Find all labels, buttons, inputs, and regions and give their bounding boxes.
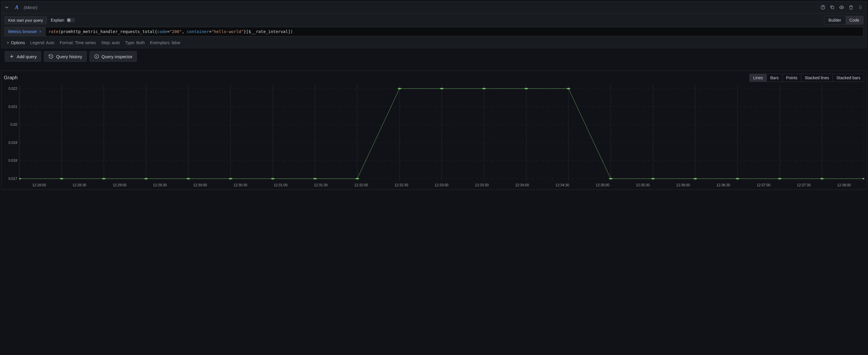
chart-style-points[interactable]: Points [782, 74, 801, 81]
chart-style-stacked-bars[interactable]: Stacked bars [833, 74, 864, 81]
query-inspector-button[interactable]: Query inspector [90, 51, 137, 62]
chart-area: 0.0220.0210.020.0190.0180.017 [4, 85, 864, 182]
query-editor-panel: A (Mimir) Kick start your query Explain [1, 1, 867, 48]
svg-point-48 [482, 88, 486, 90]
x-tick: 12:31:30 [301, 183, 341, 187]
svg-point-57 [862, 178, 864, 180]
x-tick: 12:29:30 [140, 183, 180, 187]
actions-row: Add query Query history Query inspector [1, 48, 867, 66]
explain-label: Explain [51, 18, 64, 23]
y-tick: 0.02 [10, 122, 17, 127]
x-tick: 12:36:00 [663, 183, 703, 187]
x-tick: 12:35:30 [623, 183, 663, 187]
query-letter-badge: A [12, 3, 21, 11]
query-header: A (Mimir) [1, 1, 867, 13]
collapse-toggle[interactable] [4, 4, 10, 10]
svg-point-52 [651, 178, 655, 180]
chart-style-lines[interactable]: Lines [750, 74, 766, 81]
svg-point-51 [609, 178, 613, 180]
svg-point-54 [736, 178, 739, 180]
svg-point-44 [313, 178, 317, 180]
svg-point-42 [229, 178, 232, 180]
svg-point-49 [525, 88, 528, 90]
svg-point-37 [19, 178, 21, 180]
y-tick: 0.018 [8, 158, 17, 163]
chart-style-group: LinesBarsPointsStacked linesStacked bars [749, 74, 864, 82]
graph-panel: Graph LinesBarsPointsStacked linesStacke… [1, 70, 867, 190]
svg-point-40 [144, 178, 148, 180]
chart-style-stacked-lines[interactable]: Stacked lines [801, 74, 833, 81]
copy-icon[interactable] [830, 5, 835, 10]
x-tick: 12:36:30 [703, 183, 743, 187]
svg-point-55 [778, 178, 782, 180]
svg-point-56 [820, 178, 824, 180]
x-tick: 12:32:00 [341, 183, 381, 187]
x-tick: 12:34:00 [502, 183, 542, 187]
svg-point-6 [861, 7, 861, 8]
x-tick: 12:29:00 [99, 183, 140, 187]
svg-point-45 [355, 178, 359, 180]
query-options-row: Options Legend: Auto Format: Time series… [1, 38, 867, 48]
option-exemplars: Exemplars: false [150, 40, 180, 45]
option-step: Step: auto [101, 40, 120, 45]
svg-point-7 [860, 8, 860, 9]
svg-point-50 [567, 88, 570, 90]
y-tick: 0.017 [8, 177, 17, 181]
option-legend: Legend: Auto [30, 40, 55, 45]
x-tick: 12:35:00 [583, 183, 623, 187]
x-tick: 12:37:00 [744, 183, 784, 187]
add-query-button[interactable]: Add query [5, 51, 41, 62]
x-tick: 12:30:00 [180, 183, 220, 187]
x-tick: 12:33:30 [462, 183, 502, 187]
editor-mode-group: Builder Code [824, 16, 864, 25]
svg-point-38 [60, 178, 64, 180]
query-editor-row: Metrics browser rate(promhttp_metric_han… [1, 27, 867, 38]
svg-point-43 [271, 178, 275, 180]
y-tick: 0.022 [8, 86, 17, 91]
chart-plot-area[interactable] [19, 85, 864, 182]
options-toggle[interactable]: Options [6, 40, 25, 45]
svg-point-2 [841, 7, 842, 8]
x-tick: 12:30:30 [220, 183, 260, 187]
svg-point-46 [398, 88, 402, 90]
code-mode-button[interactable]: Code [845, 16, 863, 24]
info-icon [94, 54, 99, 59]
svg-rect-1 [831, 6, 834, 9]
visibility-icon[interactable] [839, 5, 844, 10]
y-tick: 0.021 [8, 105, 17, 109]
plus-icon [9, 54, 14, 59]
kick-start-button[interactable]: Kick start your query [4, 16, 47, 24]
query-history-button[interactable]: Query history [44, 51, 86, 62]
x-tick: 12:37:30 [784, 183, 824, 187]
svg-point-41 [187, 178, 190, 180]
metrics-browser-button[interactable]: Metrics browser [4, 27, 45, 36]
x-tick: 12:28:00 [19, 183, 59, 187]
query-code-editor[interactable]: rate(promhttp_metric_handler_requests_to… [45, 27, 864, 36]
x-tick: 12:31:00 [260, 183, 301, 187]
explain-toggle[interactable] [66, 18, 75, 23]
datasource-name: (Mimir) [24, 5, 37, 10]
history-icon [48, 54, 54, 59]
x-tick: 12:38:00 [824, 183, 864, 187]
trash-icon[interactable] [848, 5, 854, 10]
chart-y-axis: 0.0220.0210.020.0190.0180.017 [4, 85, 19, 182]
svg-point-39 [102, 178, 106, 180]
svg-point-8 [861, 8, 861, 9]
x-tick: 12:32:30 [381, 183, 422, 187]
x-tick: 12:33:00 [422, 183, 462, 187]
svg-point-3 [860, 6, 860, 6]
svg-point-5 [860, 7, 860, 8]
y-tick: 0.019 [8, 141, 17, 145]
svg-point-4 [861, 6, 861, 6]
option-format: Format: Time series [60, 40, 96, 45]
chart-style-bars[interactable]: Bars [766, 74, 782, 81]
graph-title: Graph [4, 75, 18, 81]
drag-handle-icon[interactable] [858, 5, 863, 10]
help-icon[interactable] [820, 5, 826, 10]
option-type: Type: Both [125, 40, 145, 45]
query-toolbar: Kick start your query Explain Builder Co… [1, 13, 867, 27]
x-tick: 12:28:30 [59, 183, 99, 187]
svg-point-47 [440, 88, 444, 90]
builder-mode-button[interactable]: Builder [825, 16, 845, 24]
svg-point-53 [693, 178, 697, 180]
